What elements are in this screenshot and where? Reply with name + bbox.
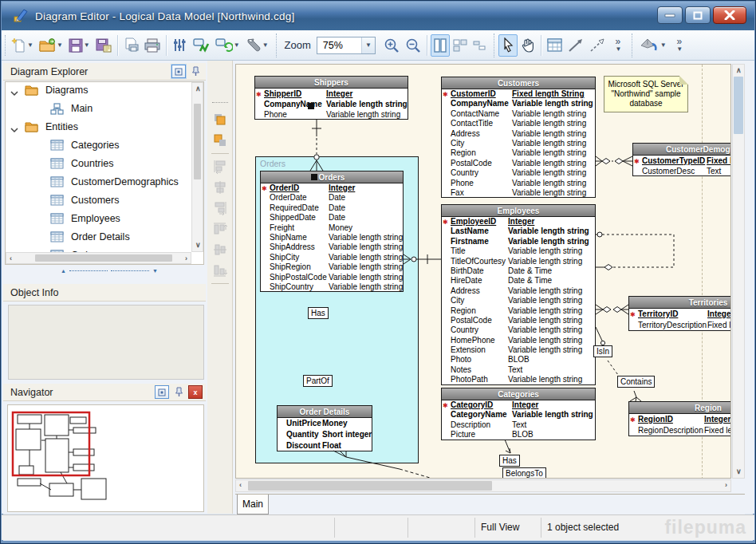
align-bottom-button[interactable] (211, 261, 230, 280)
tree-item-label: Categories (71, 140, 119, 151)
pan-hand-button[interactable] (518, 34, 537, 57)
object-info-content (8, 305, 204, 380)
canvas-vertical-scrollbar[interactable]: ∧ ∨ (732, 64, 745, 479)
scroll-down-icon[interactable]: ∨ (195, 242, 201, 249)
select-cursor-button[interactable] (498, 34, 518, 57)
maximize-button[interactable] (685, 6, 711, 24)
workspace: Diagram Explorer DiagramsMainEntitiesCat… (2, 61, 754, 514)
relationship-label-isin[interactable]: IsIn (593, 345, 612, 357)
format-fill-button[interactable]: ▼ (636, 34, 669, 57)
tree-item-label: Entities (45, 121, 78, 132)
relation-arrow-button[interactable] (565, 34, 586, 57)
selection-handle[interactable] (308, 103, 314, 109)
tree-item-diagrams[interactable]: Diagrams (6, 82, 203, 101)
grid-table-button[interactable] (545, 34, 565, 57)
align-center-button[interactable] (211, 178, 230, 197)
toolbar-overflow-button[interactable]: »▼ (608, 34, 628, 57)
table-icon (50, 213, 64, 224)
diagram-canvas[interactable]: Orders Microsoft SQL Server "Northwind" … (235, 64, 731, 479)
tree-item-entities[interactable]: Entities (6, 119, 203, 137)
align-right-button[interactable] (211, 199, 230, 218)
tree-item-order-details[interactable]: Order Details (6, 229, 203, 247)
panel-splitter[interactable]: ▲▼ (49, 267, 169, 274)
zoom-in-button[interactable] (381, 34, 402, 57)
minimize-button[interactable] (657, 6, 683, 24)
navigator-thumbnail[interactable] (7, 404, 204, 512)
validate-diagram-button[interactable] (190, 34, 212, 57)
chevron-down-icon[interactable] (10, 90, 18, 97)
splitter-up-icon[interactable]: ▲ (61, 268, 66, 274)
send-to-back-button[interactable] (211, 131, 230, 150)
toolbar-overflow-2-button[interactable]: »▼ (670, 34, 689, 57)
pin-icon[interactable] (188, 65, 203, 78)
layout-panels-2-button[interactable] (451, 34, 470, 57)
tree-item-main[interactable]: Main (6, 101, 203, 119)
folder-icon (25, 121, 38, 132)
tree-item-employees[interactable]: Employees (6, 211, 203, 229)
object-info-title: Object Info (10, 287, 58, 298)
wrench-tool-button[interactable]: ▼ (243, 34, 271, 57)
align-top-button[interactable] (211, 219, 230, 238)
align-left-button[interactable] (211, 157, 230, 176)
dependency-arrow-icon (589, 38, 605, 53)
scroll-right-icon[interactable]: › (185, 255, 187, 262)
align-center-icon (213, 180, 227, 195)
autohide-window-icon[interactable] (171, 65, 186, 78)
scroll-down-icon[interactable]: ∨ (736, 468, 742, 475)
pin-icon[interactable] (171, 385, 186, 399)
save-icon (69, 38, 83, 53)
tree-item-countries[interactable]: Countries (6, 156, 203, 174)
view-mode-status: Full View (481, 522, 519, 533)
scroll-right-icon[interactable]: › (725, 482, 727, 489)
scroll-left-icon[interactable]: ‹ (239, 482, 242, 489)
splitter-down-icon[interactable]: ▼ (152, 268, 158, 274)
tree-vertical-scrollbar[interactable]: ∧ ∨ (191, 82, 203, 252)
save-button[interactable]: ▼ (66, 34, 93, 57)
properties-sliders-button[interactable] (170, 34, 189, 57)
tree-item-categories[interactable]: Categories (6, 137, 203, 156)
relationship-label-partof[interactable]: PartOf (303, 375, 333, 387)
tree-item-label: Customers (71, 195, 119, 206)
relationship-label-has[interactable]: Has (308, 307, 329, 319)
zoom-out-button[interactable] (403, 34, 423, 57)
close-button[interactable] (713, 6, 746, 24)
selection-handle[interactable] (311, 174, 317, 180)
tab-main[interactable]: Main (237, 495, 269, 514)
close-panel-icon[interactable]: x (188, 385, 203, 399)
canvas-horizontal-scrollbar[interactable]: ‹ › (235, 479, 731, 492)
print-button[interactable] (142, 34, 163, 57)
toolbar-grip[interactable] (212, 102, 228, 103)
zoom-select[interactable]: 75% ▼ (317, 37, 376, 54)
dependency-arrow-button[interactable] (587, 34, 608, 57)
overflow-caret: ▼ (615, 45, 621, 53)
tree-horizontal-scrollbar[interactable]: ‹ › (6, 252, 191, 264)
layout-panels-3-button[interactable] (471, 34, 490, 57)
open-folder-button[interactable]: ▼ (37, 34, 65, 57)
relationship-label-belongsto[interactable]: BelongsTo (502, 467, 546, 479)
bring-to-front-button[interactable] (211, 110, 230, 129)
navigator-title: Navigator (10, 387, 53, 398)
tree-item-customerdemographics[interactable]: CustomerDemographics (6, 174, 203, 192)
scroll-left-icon[interactable]: ‹ (10, 255, 12, 262)
align-middle-button[interactable] (211, 240, 230, 259)
relationship-label-has[interactable]: Has (499, 455, 520, 467)
navigator-header: Navigator x (3, 384, 206, 401)
scroll-up-icon[interactable]: ∧ (736, 67, 742, 74)
layout-panels-1-button[interactable] (431, 34, 450, 57)
autohide-window-icon[interactable] (155, 385, 169, 399)
tree-item-label: Diagrams (45, 85, 89, 96)
new-document-button[interactable]: ▼ (9, 34, 36, 57)
navigator-minimap (8, 405, 203, 511)
table-icon (50, 176, 64, 187)
print-preview-button[interactable] (121, 34, 141, 57)
chevron-down-icon[interactable] (10, 127, 18, 133)
zoom-dropdown-arrow[interactable]: ▼ (361, 37, 375, 53)
tree-item-customers[interactable]: Customers (6, 192, 203, 211)
table-icon (50, 195, 64, 206)
layout-panels-1-icon (433, 38, 447, 53)
save-all-button[interactable] (93, 34, 114, 57)
refresh-diagram-button[interactable]: ▼ (213, 34, 242, 57)
zoom-label: Zoom (285, 39, 311, 51)
relationship-label-contains[interactable]: Contains (617, 376, 655, 388)
scroll-up-icon[interactable]: ∧ (195, 85, 201, 93)
